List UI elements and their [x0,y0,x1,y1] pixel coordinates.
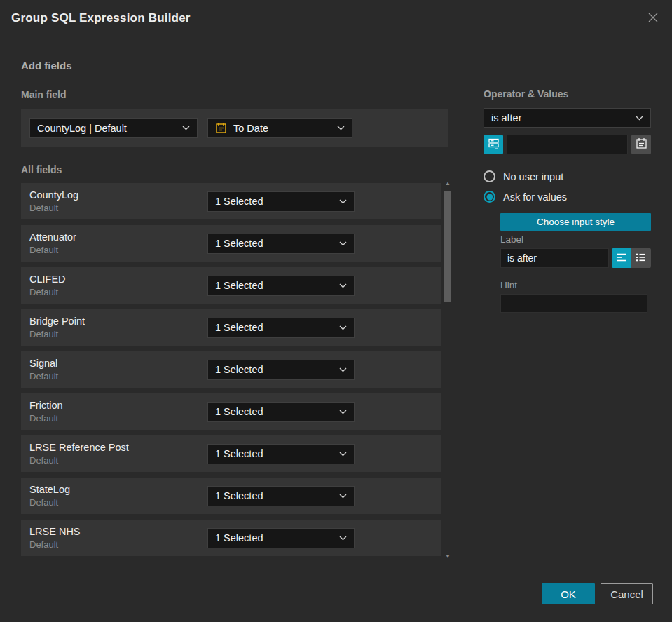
field-info: Signal Default [29,358,207,381]
field-row: Signal Default 1 Selected [21,351,441,388]
bulleted-list-icon [636,252,647,264]
radio-no-user-input[interactable]: No user input [484,170,563,182]
date-picker-button[interactable] [631,135,651,154]
label-input[interactable] [500,248,609,268]
scrollbar-track[interactable] [444,188,451,554]
field-row: LRSE NHS Default 1 Selected [21,520,441,556]
hint-field-label: Hint [500,280,517,290]
field-subtitle: Default [29,497,207,508]
field-subtitle: Default [29,413,207,424]
field-info: Friction Default [29,400,207,424]
field-row: Attenuator Default 1 Selected [21,225,441,262]
close-button[interactable] [644,9,662,27]
field-name: StateLog [29,484,207,495]
chevron-down-icon [337,126,345,130]
main-field-label: Main field [21,89,67,100]
set-values-button[interactable] [484,135,503,154]
operator-values-heading: Operator & Values [484,88,568,100]
set-values-icon [488,137,500,151]
field-subtitle: Default [29,245,207,255]
field-info: CountyLog Default [29,189,207,213]
choose-input-style-button[interactable]: Choose input style [500,213,651,231]
main-field-select-value: CountyLog | Default [37,123,177,134]
field-name: CLIFED [29,273,207,285]
field-subtitle: Default [29,287,207,297]
hint-input[interactable] [500,294,647,313]
field-info: Bridge Point Default [29,316,207,339]
radio-label: No user input [503,171,563,182]
close-icon [647,11,659,26]
field-values-select-value: 1 Selected [215,322,334,333]
align-left-icon [616,252,627,264]
scrollbar-thumb[interactable] [444,191,451,302]
field-row: Bridge Point Default 1 Selected [21,309,441,346]
list-style-button[interactable] [631,248,651,268]
field-name: Attenuator [29,231,207,243]
field-row: CLIFED Default 1 Selected [21,267,441,304]
value-input[interactable] [507,135,628,154]
field-values-select-value: 1 Selected [215,364,334,375]
chevron-down-icon [182,126,190,130]
chevron-down-icon [339,325,347,330]
field-values-select-value: 1 Selected [215,532,334,543]
chevron-down-icon [636,116,643,121]
all-fields-list: CountyLog Default 1 Selected Attenuator … [21,183,441,562]
input-style-toggle [612,248,651,268]
field-info: StateLog Default [29,484,207,508]
field-row: Friction Default 1 Selected [21,393,441,430]
chevron-down-icon [339,410,347,414]
field-values-select[interactable]: 1 Selected [207,402,355,422]
field-name: LRSE Reference Post [29,442,207,453]
chevron-down-icon [339,452,347,457]
field-values-select[interactable]: 1 Selected [207,318,355,338]
field-values-select-value: 1 Selected [215,280,334,291]
radio-label: Ask for values [503,191,567,203]
titlebar: Group SQL Expression Builder [0,0,672,36]
align-left-style-button[interactable] [612,248,631,268]
field-name: Bridge Point [29,316,207,327]
field-row: CountyLog Default 1 Selected [21,183,441,219]
field-values-select[interactable]: 1 Selected [207,276,355,296]
radio-ask-for-values[interactable]: Ask for values [484,191,567,203]
operator-select[interactable]: is after [484,108,651,128]
label-input-row [500,248,651,268]
all-fields-label: All fields [21,164,62,175]
dialog-title: Group SQL Expression Builder [11,11,191,25]
dialog-footer: OK Cancel [542,583,653,604]
field-subtitle: Default [29,539,207,550]
field-row: LRSE Reference Post Default 1 Selected [21,435,441,472]
field-name: LRSE NHS [29,526,207,537]
field-values-select[interactable]: 1 Selected [207,486,355,506]
calendar-icon [636,137,647,151]
chevron-down-icon [339,367,347,372]
radio-icon [484,170,495,182]
calendar-icon [215,122,227,134]
date-type-select-value: To Date [233,123,331,134]
field-subtitle: Default [29,329,207,339]
scroll-up-icon[interactable]: ▲ [445,181,451,188]
field-subtitle: Default [29,371,207,381]
field-values-select[interactable]: 1 Selected [207,234,355,254]
field-values-select-value: 1 Selected [215,238,334,249]
vertical-divider [465,85,465,562]
field-info: Attenuator Default [29,231,207,255]
date-type-select[interactable]: To Date [207,118,352,138]
add-fields-heading: Add fields [21,60,72,72]
field-info: CLIFED Default [29,273,207,297]
field-values-select-value: 1 Selected [215,196,334,207]
cancel-button[interactable]: Cancel [601,583,653,604]
field-values-select-value: 1 Selected [215,406,334,417]
chevron-down-icon [339,494,347,499]
operator-select-value: is after [491,112,630,123]
field-values-select[interactable]: 1 Selected [207,191,355,212]
scroll-down-icon[interactable]: ▼ [445,554,451,561]
label-field-label: Label [500,234,523,245]
scrollbar[interactable]: ▲ ▼ [443,181,453,561]
field-values-select[interactable]: 1 Selected [207,444,355,464]
group-sql-expression-builder-dialog: Group SQL Expression Builder Add fields … [0,0,672,622]
field-values-select[interactable]: 1 Selected [207,528,355,548]
chevron-down-icon [339,241,347,246]
field-values-select[interactable]: 1 Selected [207,360,355,380]
main-field-select[interactable]: CountyLog | Default [29,118,198,138]
ok-button[interactable]: OK [542,583,595,604]
